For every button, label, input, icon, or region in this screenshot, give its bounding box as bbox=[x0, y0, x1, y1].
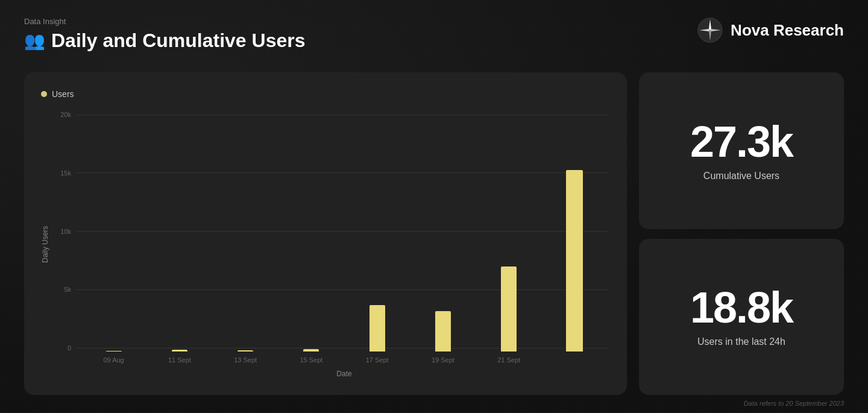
x-tick: 11 Sept bbox=[146, 356, 212, 364]
x-axis-label: Date bbox=[81, 370, 608, 378]
chart-legend: Users bbox=[41, 89, 608, 99]
bar bbox=[435, 311, 451, 352]
bar-group bbox=[476, 111, 542, 352]
x-tick: 21 Sept bbox=[476, 356, 542, 364]
last-24h-value: 18.8k bbox=[690, 286, 793, 329]
main-content: Users Daily Users 20k15k10k5k0 09 Aug11 … bbox=[24, 72, 844, 395]
grid-label: 5k bbox=[54, 286, 76, 293]
chart-panel: Users Daily Users 20k15k10k5k0 09 Aug11 … bbox=[24, 72, 627, 395]
legend-label: Users bbox=[52, 89, 74, 99]
bar-group bbox=[213, 111, 278, 352]
bar bbox=[303, 349, 319, 352]
legend-dot bbox=[41, 91, 47, 97]
cumulative-users-label: Cumulative Users bbox=[703, 171, 779, 181]
grid-label: 0 bbox=[54, 344, 76, 352]
stats-panel: 27.3k Cumulative Users 18.8k Users in th… bbox=[639, 72, 844, 395]
stat-card-24h: 18.8k Users in the last 24h bbox=[639, 239, 844, 396]
bar-group bbox=[410, 111, 476, 352]
bar bbox=[566, 170, 583, 352]
y-axis-label: Daily Users bbox=[41, 111, 49, 378]
data-insight-label: Data Insight bbox=[24, 17, 305, 26]
x-tick: 17 Sept bbox=[344, 356, 410, 364]
bar bbox=[370, 305, 385, 352]
bar-group bbox=[146, 111, 212, 352]
stat-card-cumulative: 27.3k Cumulative Users bbox=[639, 72, 844, 229]
page-title: 👥 Daily and Cumulative Users bbox=[24, 30, 305, 52]
bar-group bbox=[542, 111, 608, 352]
brand: Nova Research bbox=[697, 17, 844, 43]
header: Data Insight 👥 Daily and Cumulative User… bbox=[0, 0, 868, 52]
header-left: Data Insight 👥 Daily and Cumulative User… bbox=[24, 17, 305, 52]
x-tick: 15 Sept bbox=[278, 356, 344, 364]
grid-label: 15k bbox=[54, 169, 76, 177]
x-tick: 13 Sept bbox=[213, 356, 278, 364]
chart-grid: 20k15k10k5k0 bbox=[54, 111, 608, 352]
page-title-text: Daily and Cumulative Users bbox=[51, 30, 305, 52]
bar-group bbox=[278, 111, 344, 352]
brand-logo-icon bbox=[697, 17, 723, 43]
last-24h-label: Users in the last 24h bbox=[697, 336, 785, 347]
grid-label: 10k bbox=[54, 228, 76, 235]
grid-label: 20k bbox=[54, 111, 76, 118]
chart-inner: 20k15k10k5k0 09 Aug11 Sept13 Sept15 Sept… bbox=[54, 111, 608, 378]
bar-group bbox=[344, 111, 410, 352]
footer-note: Data refers to 20 September 2023 bbox=[744, 400, 844, 407]
bar bbox=[172, 350, 187, 352]
bar-group bbox=[81, 111, 146, 352]
users-icon: 👥 bbox=[24, 31, 45, 51]
cumulative-users-value: 27.3k bbox=[690, 120, 793, 163]
bar bbox=[501, 266, 517, 352]
chart-area: Daily Users 20k15k10k5k0 09 Aug11 Sept13… bbox=[41, 111, 608, 378]
bars-container bbox=[81, 111, 608, 352]
bar bbox=[106, 351, 122, 352]
x-axis: 09 Aug11 Sept13 Sept15 Sept17 Sept19 Sep… bbox=[81, 356, 608, 364]
x-tick: 09 Aug bbox=[81, 356, 146, 364]
x-tick: 19 Sept bbox=[410, 356, 476, 364]
x-tick bbox=[542, 356, 608, 364]
brand-name: Nova Research bbox=[731, 21, 844, 40]
bar bbox=[237, 350, 253, 352]
